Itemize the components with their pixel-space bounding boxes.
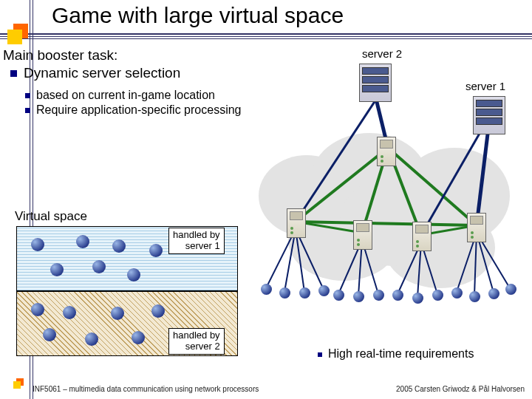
main-body: Main booster task: Dynamic server select…: [3, 47, 247, 117]
client-node-icon: [299, 287, 310, 299]
player-dot-icon: [76, 235, 89, 248]
svg-line-11: [266, 229, 296, 288]
bullet-square-icon: [25, 93, 30, 98]
handled-by-2-text: handled byserver 2: [173, 330, 220, 352]
player-dot-icon: [50, 263, 64, 276]
client-node-icon: [392, 290, 403, 301]
client-node-icon: [279, 287, 290, 299]
accent-square-yellow: [7, 30, 22, 44]
client-node-icon: [432, 290, 443, 301]
player-dot-icon: [111, 307, 124, 320]
bullet-square-icon: [318, 352, 322, 357]
proxy-server-icon: [377, 137, 396, 166]
proxy-server-icon: [467, 213, 486, 242]
player-dot-icon: [132, 331, 145, 344]
handled-by-server-1-box: handled byserver 1: [168, 228, 225, 254]
sub-bullet-2: Require application-specific processing: [3, 103, 247, 117]
proxy-server-icon: [287, 208, 306, 238]
bullet-main-text: Dynamic server selection: [24, 65, 180, 81]
client-node-icon: [469, 291, 480, 302]
svg-line-12: [284, 229, 296, 292]
svg-line-8: [296, 96, 378, 222]
svg-line-0: [296, 148, 388, 222]
svg-line-2: [296, 222, 477, 225]
slide-title: Game with large virtual space: [52, 3, 344, 28]
footer-left-text: INF5061 – multimedia data communication …: [33, 385, 259, 393]
client-node-icon: [373, 290, 384, 301]
player-dot-icon: [31, 238, 44, 251]
player-dot-icon: [92, 260, 106, 273]
bullet-square-icon: [25, 108, 30, 113]
main-task-intro: Main booster task:: [3, 47, 247, 64]
player-dot-icon: [85, 332, 98, 346]
player-dot-icon: [43, 328, 56, 341]
player-dot-icon: [31, 303, 44, 316]
proxy-server-icon: [412, 222, 432, 251]
slide: Game with large virtual space Main boost…: [0, 0, 532, 399]
footer-accent-yellow: [13, 381, 21, 389]
client-node-icon: [261, 284, 272, 295]
proxy-server-icon: [353, 220, 372, 250]
server-2-icon: [359, 64, 392, 102]
sub-bullet-1-text: based on current in-game location: [36, 89, 215, 102]
server-2-label: server 2: [362, 47, 402, 60]
player-dot-icon: [149, 244, 163, 257]
player-dot-icon: [63, 306, 76, 319]
client-node-icon: [353, 291, 364, 302]
realtime-text: High real-time requirements: [328, 347, 474, 361]
client-node-icon: [333, 290, 344, 301]
client-node-icon: [412, 293, 423, 304]
player-dot-icon: [151, 304, 165, 318]
bullet-square-icon: [10, 70, 17, 77]
sub-bullets: based on current in-game location Requir…: [3, 89, 247, 117]
sub-bullet-2-text: Require application-specific processing: [36, 103, 241, 117]
virtual-space-label: Virtual space: [15, 209, 87, 224]
client-node-icon: [505, 284, 516, 295]
bullet-main: Dynamic server selection: [3, 65, 247, 81]
handled-by-1-text: handled byserver 1: [173, 229, 220, 251]
sub-bullet-1: based on current in-game location: [3, 89, 247, 102]
footer-right-text: 2005 Carsten Griwodz & Pål Halvorsen: [396, 385, 525, 393]
player-dot-icon: [112, 239, 126, 253]
client-node-icon: [451, 287, 463, 299]
handled-by-server-2-box: handled byserver 2: [168, 328, 225, 355]
client-node-icon: [318, 285, 330, 296]
realtime-bullet: High real-time requirements: [318, 347, 474, 361]
player-dot-icon: [127, 268, 140, 282]
client-node-icon: [488, 288, 499, 299]
server-1-icon: [473, 96, 505, 134]
